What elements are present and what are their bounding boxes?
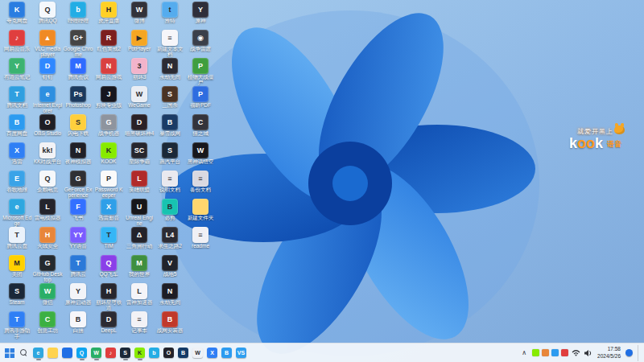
desktop-icon[interactable]: ♪网易云音乐 — [2, 30, 32, 58]
desktop-icon[interactable]: G战争机器 — [93, 114, 124, 142]
taskbar-app[interactable]: Q — [75, 345, 89, 361]
desktop-icon[interactable]: GGeForce Experience — [63, 171, 93, 199]
desktop-icon[interactable]: 3崩坏3 — [124, 58, 155, 86]
desktop-icon[interactable]: B白描 — [63, 311, 93, 339]
desktop-icon[interactable]: ◉战争雷霆 — [185, 30, 216, 58]
desktop-icon[interactable]: kk!KK对战平台 — [32, 142, 63, 171]
desktop-icon[interactable]: N夜神模拟器 — [63, 142, 93, 171]
desktop-icon[interactable]: W黑神话悟空 — [185, 142, 216, 171]
desktop-icon[interactable]: SSteam — [2, 283, 32, 311]
desktop-icon[interactable]: T腾讯手游助手 — [2, 311, 32, 339]
desktop-icon[interactable]: T腾讯云 — [63, 255, 93, 283]
taskbar-app[interactable]: VS — [234, 345, 248, 361]
desktop-icon[interactable]: H虎牙直播 — [93, 2, 124, 30]
desktop-icon[interactable]: S闪电下载 — [63, 114, 93, 142]
desktop-icon[interactable]: W微信 — [32, 283, 63, 311]
notification-badge[interactable] — [625, 349, 633, 356]
desktop-icon[interactable]: GGitHub Desktop — [32, 255, 63, 283]
tray-app-icon[interactable] — [551, 349, 559, 356]
desktop-icon[interactable]: T腾讯文档 — [2, 86, 32, 114]
desktop-icon[interactable]: DDeepL — [93, 311, 124, 339]
clock[interactable]: 17:58 2024/5/26 — [596, 346, 622, 359]
desktop-icon[interactable]: H火绒安全 — [32, 227, 63, 255]
start-button[interactable] — [2, 345, 16, 361]
desktop-icon[interactable]: t推特 — [155, 2, 185, 30]
desktop-icon[interactable]: B百度网盘 — [2, 114, 32, 142]
network-icon[interactable] — [572, 349, 580, 356]
desktop-icon[interactable]: Y原神 — [185, 2, 216, 30]
desktop-icon[interactable]: N永劫无间 — [155, 283, 185, 311]
desktop-icon[interactable]: K夸克网盘 — [2, 2, 32, 30]
hidden-icons-button[interactable] — [519, 345, 529, 361]
taskbar-app[interactable]: O — [162, 345, 175, 361]
taskbar-app[interactable] — [46, 345, 60, 361]
desktop-icon[interactable]: E谷歌地球 — [2, 171, 32, 199]
desktop-icon[interactable]: L雷电模拟器 — [32, 199, 63, 227]
desktop-icon[interactable]: M我的世界 — [124, 255, 155, 283]
desktop-icon[interactable]: W微博 — [124, 2, 155, 30]
desktop-icon[interactable]: YYYY语音 — [63, 227, 93, 255]
taskbar-app[interactable]: ♪ — [104, 345, 118, 361]
desktop-icon[interactable]: 新建文件夹 — [185, 199, 216, 227]
taskbar-app[interactable]: e — [31, 345, 45, 361]
volume-icon[interactable] — [584, 349, 592, 357]
desktop-icon[interactable]: Q企鹅电竞 — [32, 171, 63, 199]
tray-app-icon[interactable] — [532, 349, 539, 356]
taskbar-app[interactable]: W — [89, 345, 103, 361]
taskbar-app[interactable]: W — [191, 345, 204, 361]
taskbar-app[interactable]: b — [147, 345, 161, 361]
desktop-icon[interactable]: ▲VLC media player — [32, 30, 63, 58]
desktop-icon[interactable]: UUnreal Engine — [124, 199, 155, 227]
desktop-icon[interactable]: Δ三角洲行动 — [124, 227, 155, 255]
desktop-icon[interactable]: B必剪 — [155, 199, 185, 227]
taskbar-app[interactable]: X — [205, 345, 219, 361]
desktop-icon[interactable]: P福昕PDF — [185, 86, 216, 114]
desktop-icon[interactable]: OOBS Studio — [32, 114, 63, 142]
show-desktop-strip[interactable] — [638, 345, 640, 361]
desktop-icon[interactable]: ≡备份文档 — [185, 171, 216, 199]
desktop-icon[interactable]: ≡说明文档 — [155, 171, 185, 199]
desktop-icon[interactable]: N网易云游戏 — [93, 58, 124, 86]
desktop-icon[interactable]: R红色警戒2 — [93, 30, 124, 58]
desktop-icon[interactable]: T腾讯云盘 — [2, 227, 32, 255]
search-button[interactable] — [17, 345, 31, 361]
desktop-icon[interactable]: L4求生之路2 — [155, 227, 185, 255]
desktop-icon[interactable]: J剪映专业版 — [93, 86, 124, 114]
desktop-icon[interactable]: G+Google Chrome — [63, 30, 93, 58]
desktop-icon[interactable]: ≡readme — [185, 227, 216, 255]
desktop-icon[interactable]: WWeGame — [124, 86, 155, 114]
desktop-icon[interactable]: L英雄联盟 — [124, 171, 155, 199]
desktop-icon[interactable]: F飞书 — [63, 199, 93, 227]
desktop-icon[interactable]: P植物大战僵尸 — [185, 58, 216, 86]
desktop-icon[interactable]: S蒸汽平台 — [155, 142, 185, 171]
desktop-icon[interactable]: V战地5 — [155, 255, 185, 283]
desktop-icon[interactable]: ▶PotPlayer — [124, 30, 155, 58]
taskbar-app[interactable]: B — [220, 345, 233, 361]
desktop-icon[interactable]: KKOOK — [93, 142, 124, 171]
desktop-icon[interactable]: Q腾讯QQ — [32, 2, 63, 30]
tray-app-icon[interactable] — [542, 349, 549, 356]
desktop-icon[interactable]: TTIM — [93, 227, 124, 255]
taskbar-app[interactable] — [60, 345, 74, 361]
desktop-icon[interactable]: S三国杀 — [155, 86, 185, 114]
taskbar-app[interactable]: B — [176, 345, 190, 361]
desktop-icon[interactable]: SC星际争霸 — [124, 142, 155, 171]
desktop-icon[interactable]: X迅雷 — [2, 142, 32, 171]
desktop-icon[interactable]: eMicrosoft Edge — [2, 199, 32, 227]
desktop-icon[interactable]: C猫之城 — [185, 114, 216, 142]
desktop-icon[interactable]: M腾讯会议 — [63, 58, 93, 86]
desktop-icon[interactable]: B暴雪战网 — [155, 114, 185, 142]
desktop-icon[interactable]: L雷神加速器 — [124, 283, 155, 311]
desktop-icon[interactable]: eInternet Explorer — [32, 86, 63, 114]
taskbar-app[interactable]: K — [133, 345, 147, 361]
desktop-icon[interactable]: ≡新建文本文档 — [155, 30, 185, 58]
desktop-icon[interactable]: C创意工坊 — [32, 311, 63, 339]
desktop-icon[interactable]: Y原神启动器 — [63, 283, 93, 311]
desktop-icon[interactable]: Y有道云笔记 — [2, 58, 32, 86]
desktop-icon[interactable]: QQQ飞车 — [93, 255, 124, 283]
taskbar-app[interactable]: S — [118, 345, 132, 361]
tray-app-icon[interactable] — [561, 349, 568, 356]
desktop-icon[interactable]: b哔哩哔哩 — [63, 2, 93, 30]
desktop-icon[interactable]: X迅雷影音 — [93, 199, 124, 227]
desktop-icon[interactable]: B战网安装器 — [155, 311, 185, 339]
